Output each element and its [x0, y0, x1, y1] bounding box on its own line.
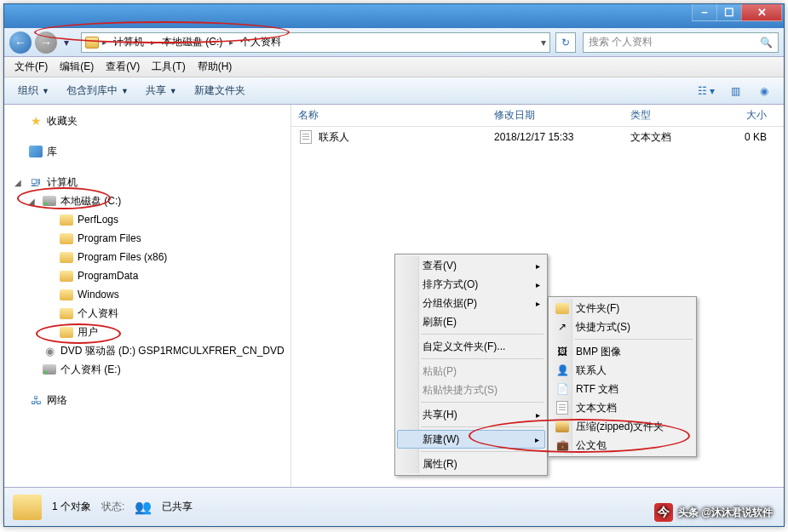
tree-dvd[interactable]: ◉DVD 驱动器 (D:) GSP1RMCULXFRER_CN_DVD	[4, 341, 290, 360]
crumb-computer[interactable]: 计算机	[110, 35, 147, 49]
zip-icon	[555, 420, 569, 433]
file-row[interactable]: 联系人 2018/12/17 15:33 文本文档 0 KB	[291, 127, 784, 147]
include-button[interactable]: 包含到库中▼	[60, 80, 135, 101]
tree-folder[interactable]: 用户	[4, 323, 290, 341]
tree-folder[interactable]: Windows	[4, 285, 290, 304]
ctx-new-briefcase[interactable]: 💼公文包	[550, 436, 694, 455]
status-state-label: 状态:	[101, 500, 124, 514]
col-size[interactable]: 大小	[716, 108, 784, 123]
shortcut-icon: ↗	[555, 320, 569, 334]
tree-network[interactable]: 🖧网络	[4, 391, 290, 409]
chevron-right-icon[interactable]: ▸	[229, 37, 233, 47]
menu-edit[interactable]: 编辑(E)	[55, 58, 99, 76]
history-dropdown[interactable]: ▾	[60, 34, 72, 51]
tree-libraries[interactable]: 库	[4, 142, 290, 161]
logo-icon: 今	[654, 503, 673, 522]
titlebar: − ☐ ✕	[4, 4, 784, 28]
tree-folder-current[interactable]: 个人资料	[4, 304, 290, 323]
nav-tree: ★收藏夹 库 ◢🖳计算机 ◢本地磁盘 (C:) PerfLogs Program…	[4, 105, 291, 487]
chevron-right-icon[interactable]: ▸	[102, 37, 106, 47]
contact-icon: 👤	[555, 363, 569, 377]
ctx-paste-shortcut: 粘贴快捷方式(S)	[397, 380, 545, 399]
crumb-folder[interactable]: 个人资料	[237, 35, 285, 49]
tree-folder[interactable]: Program Files	[4, 229, 290, 248]
folder-icon	[13, 495, 42, 520]
ctx-new-bmp[interactable]: 🖼BMP 图像	[550, 342, 694, 361]
watermark: 今 头条 @沐沐君说软件	[654, 503, 773, 522]
ctx-paste: 粘贴(P)	[397, 362, 545, 380]
col-type[interactable]: 类型	[630, 108, 716, 123]
ctx-sort[interactable]: 排序方式(O)▸	[397, 275, 545, 294]
rtf-icon: 📄	[555, 382, 569, 396]
status-shared: 已共享	[162, 500, 193, 514]
txt-icon	[555, 401, 569, 415]
minimize-button[interactable]: −	[692, 4, 717, 21]
menu-view[interactable]: 查看(V)	[101, 58, 145, 76]
ctx-new-folder[interactable]: 文件夹(F)	[550, 299, 694, 317]
back-button[interactable]: ←	[9, 31, 32, 54]
tree-folder[interactable]: ProgramData	[4, 266, 290, 285]
search-icon: 🔍	[760, 37, 773, 49]
folder-icon	[85, 37, 99, 49]
address-bar[interactable]: ▸ 计算机 ▸ 本地磁盘 (C:) ▸ 个人资料 ▾	[81, 32, 550, 53]
context-menu: 查看(V)▸ 排序方式(O)▸ 分组依据(P)▸ 刷新(E) 自定义文件夹(F)…	[394, 254, 548, 476]
ctx-new-shortcut[interactable]: ↗快捷方式(S)	[550, 317, 694, 336]
refresh-button[interactable]: ↻	[555, 32, 576, 53]
address-dropdown[interactable]: ▾	[541, 37, 546, 49]
tree-favorites[interactable]: ★收藏夹	[4, 112, 290, 130]
menu-help[interactable]: 帮助(H)	[193, 58, 238, 76]
organize-button[interactable]: 组织▼	[11, 80, 56, 101]
people-icon: 👥	[135, 499, 152, 515]
tree-folder[interactable]: PerfLogs	[4, 210, 290, 229]
ctx-new-zip[interactable]: 压缩(zipped)文件夹	[550, 417, 694, 436]
ctx-new[interactable]: 新建(W)▸	[397, 430, 545, 449]
maximize-button[interactable]: ☐	[716, 4, 742, 21]
ctx-properties[interactable]: 属性(R)	[397, 455, 545, 473]
ctx-group[interactable]: 分组依据(P)▸	[397, 294, 545, 312]
folder-icon	[555, 301, 569, 315]
briefcase-icon: 💼	[555, 438, 569, 452]
col-date[interactable]: 修改日期	[494, 108, 630, 123]
ctx-new-contact[interactable]: 👤联系人	[550, 361, 694, 380]
context-submenu-new: 文件夹(F) ↗快捷方式(S) 🖼BMP 图像 👤联系人 📄RTF 文档 文本文…	[548, 296, 697, 457]
menu-tools[interactable]: 工具(T)	[147, 58, 190, 76]
tree-computer[interactable]: ◢🖳计算机	[4, 173, 290, 192]
view-options-button[interactable]: ☷ ▾	[695, 82, 717, 100]
forward-button[interactable]: →	[35, 31, 57, 54]
ctx-refresh[interactable]: 刷新(E)	[397, 312, 545, 331]
toolbar: 组织▼ 包含到库中▼ 共享▼ 新建文件夹 ☷ ▾ ▥ ◉	[4, 77, 784, 105]
help-button[interactable]: ◉	[753, 82, 775, 100]
tree-folder[interactable]: Program Files (x86)	[4, 248, 290, 266]
ctx-customize[interactable]: 自定义文件夹(F)...	[397, 337, 545, 356]
chevron-right-icon[interactable]: ▸	[151, 37, 155, 47]
tree-drive-e[interactable]: 个人资料 (E:)	[4, 360, 290, 379]
ctx-new-txt[interactable]: 文本文档	[550, 398, 694, 417]
newfolder-button[interactable]: 新建文件夹	[187, 80, 252, 101]
bmp-icon: 🖼	[555, 345, 569, 358]
share-button[interactable]: 共享▼	[139, 80, 184, 101]
crumb-drive[interactable]: 本地磁盘 (C:)	[158, 35, 226, 49]
search-input[interactable]: 搜索 个人资料 🔍	[583, 32, 779, 53]
ctx-share[interactable]: 共享(H)▸	[397, 405, 545, 424]
column-headers: 名称 修改日期 类型 大小	[291, 105, 784, 127]
ctx-new-rtf[interactable]: 📄RTF 文档	[550, 380, 694, 398]
text-file-icon	[298, 129, 313, 145]
nav-bar: ← → ▾ ▸ 计算机 ▸ 本地磁盘 (C:) ▸ 个人资料 ▾ ↻ 搜索 个人…	[4, 28, 784, 57]
close-button[interactable]: ✕	[741, 4, 782, 21]
status-objects: 1 个对象	[52, 500, 91, 514]
ctx-view[interactable]: 查看(V)▸	[397, 256, 545, 275]
menu-file[interactable]: 文件(F)	[9, 58, 53, 76]
search-placeholder: 搜索 个人资料	[589, 35, 653, 49]
menu-bar: 文件(F) 编辑(E) 查看(V) 工具(T) 帮助(H)	[4, 57, 784, 77]
col-name[interactable]: 名称	[298, 108, 494, 123]
tree-drive-c[interactable]: ◢本地磁盘 (C:)	[4, 192, 290, 210]
preview-pane-button[interactable]: ▥	[724, 82, 746, 100]
